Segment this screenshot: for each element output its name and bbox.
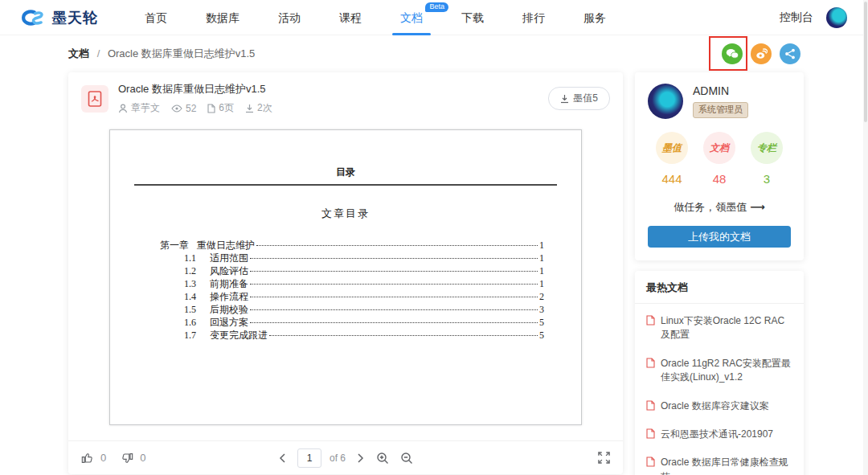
top-nav: 墨天轮 首页 数据库 活动 课程 文档 Beta 下载 排行 服务 控制台 [0,0,868,35]
stat-docs-label: 文档 [703,132,735,164]
toc-row: 1.1适用范围1 [160,252,544,264]
fullscreen-button[interactable] [596,450,612,465]
toc-row: 1.7变更完成跟进5 [160,329,544,342]
next-page-button[interactable] [354,452,366,465]
hot-doc-label: Oracle 数据库日常健康检查规范 [661,456,792,475]
task-link-text: 做任务，领墨值 [674,201,747,213]
toc-label: 操作流程 [210,290,248,304]
stat-columns-label: 专栏 [751,132,783,164]
zoom-out-button[interactable] [399,450,415,466]
document-info: Oracle 数据库重做日志维护v1.5 章芋文 52 6页 [118,82,548,115]
page-controls: of 6 [224,448,467,468]
toc-row: 第一章重做日志维护1 [160,239,544,252]
hot-doc-item[interactable]: Oracle 数据库日常健康检查规范 [646,448,792,475]
pdf-file-icon [646,315,655,326]
profile-identity: ADMIN 系统管理员 [693,84,748,118]
page-content: 文档 / Oracle 数据库重做日志维护v1.5 [68,35,804,475]
toc-row: 1.5后期校验3 [160,303,544,316]
toc-label: 后期校验 [210,303,248,317]
toc-label: 重做日志维护 [197,239,255,252]
download-mozhi-button[interactable]: 墨值5 [548,87,610,110]
weibo-icon [755,48,768,59]
share-weibo-button[interactable] [751,43,772,64]
toc-leader-dots [250,322,538,323]
nav-right: 控制台 [780,7,847,28]
hot-doc-item[interactable]: Oracle 11gR2 RAC安装配置最佳实践(Linux)_v1.2 [646,350,792,392]
page-scrollbar[interactable] [863,0,868,475]
pdf-file-icon [646,428,655,439]
toc-num: 1.7 [184,330,210,342]
user-avatar[interactable] [826,7,847,28]
main-menu: 首页 数据库 活动 课程 文档 Beta 下载 排行 服务 [125,0,780,35]
stat-docs[interactable]: 文档 48 [697,132,742,186]
thumbs-up-icon [81,452,94,465]
share-more-button[interactable] [780,43,800,64]
share-buttons [722,43,804,64]
author[interactable]: 章芋文 [118,101,160,115]
toc-num: 1.2 [184,265,210,277]
profile-stats: 墨值 444 文档 48 专栏 3 [649,132,789,186]
nav-item-database[interactable]: 数据库 [186,0,259,35]
breadcrumb-docs-link[interactable]: 文档 [68,47,89,59]
download-icon [245,104,254,113]
console-link[interactable]: 控制台 [780,10,813,25]
logo-text: 墨天轮 [52,8,98,27]
page-count-value: 6页 [219,101,234,115]
nav-item-rank[interactable]: 排行 [503,0,564,35]
toc-page: 1 [539,265,544,277]
nav-item-download[interactable]: 下载 [442,0,503,35]
share-nodes-icon [784,48,796,59]
scrollbar-thumb[interactable] [864,2,867,122]
toc-leader-dots [250,309,538,310]
site-logo[interactable]: 墨天轮 [19,8,98,27]
thumbs-down-icon [121,452,133,465]
toc-row: 1.4操作流程2 [160,290,544,303]
hot-doc-item[interactable]: Oracle 数据库容灾建议案 [646,392,792,420]
profile-header: ADMIN 系统管理员 [648,84,791,119]
author-name: 章芋文 [131,101,160,115]
document-card: Oracle 数据库重做日志维护v1.5 章芋文 52 6页 [68,72,623,474]
pdf-viewer[interactable]: 目录 文章目录 第一章重做日志维护1 1.1适用范围1 1.2风险评估1 1.3… [68,123,623,440]
toc-num: 1.6 [184,317,210,329]
pdf-file-icon [646,358,655,368]
toc-label: 前期准备 [210,277,248,291]
nav-item-docs[interactable]: 文档 Beta [381,0,442,35]
thumbs-up-button[interactable] [80,450,96,466]
profile-card: ADMIN 系统管理员 墨值 444 文档 48 专栏 3 [635,72,804,260]
toc-page: 2 [539,291,544,303]
toc-page: 1 [539,240,544,252]
toc-row: 1.2风险评估1 [160,264,544,277]
arrow-right-icon: ⟶ [750,201,765,213]
stat-columns[interactable]: 专栏 3 [744,132,789,186]
page-number-input[interactable] [297,448,321,468]
nav-item-service[interactable]: 服务 [564,0,625,35]
stat-mozhi[interactable]: 墨值 444 [649,132,694,186]
toc-label: 风险评估 [210,264,248,278]
nav-item-activity[interactable]: 活动 [259,0,320,35]
thumbs-down-button[interactable] [119,450,135,466]
zoom-in-button[interactable] [375,450,391,466]
view-count-value: 52 [186,103,196,114]
fullscreen-controls [467,450,612,465]
task-link[interactable]: 做任务，领墨值⟶ [648,200,791,215]
viewer-toolbar: 0 0 of 6 [68,440,623,474]
share-wechat-button[interactable] [722,43,743,64]
breadcrumb-row: 文档 / Oracle 数据库重做日志维护v1.5 [68,35,804,72]
nav-item-course[interactable]: 课程 [320,0,381,35]
logo-icon [19,9,47,27]
pdf-file-icon [81,85,108,113]
pdf-toc: 第一章重做日志维护1 1.1适用范围1 1.2风险评估1 1.3前期准备1 1.… [160,239,544,342]
prev-page-button[interactable] [276,452,289,465]
hot-doc-item[interactable]: 云和恩墨技术通讯-201907 [646,420,792,448]
upload-doc-button[interactable]: 上传我的文档 [648,226,791,248]
zoom-in-icon [376,452,389,465]
toc-num: 1.5 [184,304,210,316]
download-count-value: 2次 [257,101,272,115]
nav-item-home[interactable]: 首页 [125,0,186,35]
hot-docs-title: 最热文档 [635,271,804,304]
document-title: Oracle 数据库重做日志维护v1.5 [118,82,548,96]
profile-avatar[interactable] [648,84,683,119]
hot-doc-item[interactable]: Linux下安装Oracle 12C RAC及配置 [646,307,792,350]
stat-mozhi-label: 墨值 [656,132,688,164]
pdf-toc-header: 目录 [134,166,557,186]
